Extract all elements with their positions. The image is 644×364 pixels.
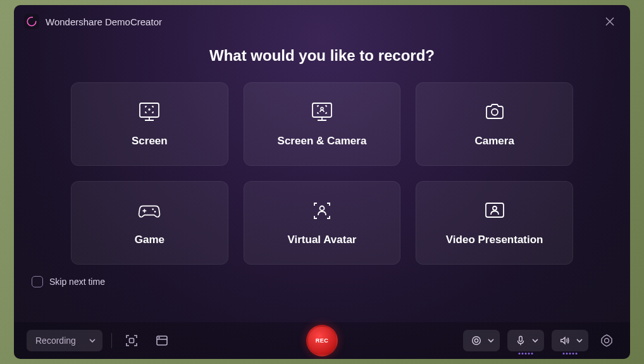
card-video-presentation[interactable]: Video Presentation (416, 181, 573, 265)
capture-area-button[interactable] (121, 330, 142, 351)
window-select-button[interactable] (151, 330, 173, 351)
svg-point-24 (474, 339, 478, 342)
svg-point-6 (149, 109, 151, 110)
divider (111, 333, 112, 348)
svg-point-11 (492, 109, 498, 115)
avatar-icon (309, 199, 335, 222)
svg-point-15 (154, 211, 156, 213)
skip-row: Skip next time (14, 265, 630, 294)
right-controls (463, 330, 617, 351)
chevron-down-icon (531, 337, 539, 344)
app-logo (24, 14, 39, 29)
screen-icon (137, 101, 162, 123)
skip-checkbox[interactable] (32, 276, 43, 287)
game-icon (137, 199, 162, 222)
card-label: Virtual Avatar (288, 234, 357, 246)
mode-dropdown-label: Recording (35, 336, 76, 346)
webcam-icon (471, 335, 482, 346)
speaker-icon (559, 335, 571, 346)
capture-area-icon (125, 334, 139, 348)
audio-level-dots (563, 353, 578, 355)
card-camera[interactable]: Camera (416, 82, 573, 166)
close-button[interactable] (600, 11, 620, 32)
webcam-toggle[interactable] (463, 330, 500, 351)
card-label: Screen & Camera (278, 135, 367, 147)
card-game[interactable]: Game (71, 181, 228, 265)
skip-label: Skip next time (49, 277, 105, 287)
card-screen[interactable]: Screen (71, 82, 228, 166)
titlebar: Wondershare DemoCreator (14, 5, 630, 35)
card-virtual-avatar[interactable]: Virtual Avatar (244, 181, 401, 265)
svg-marker-27 (602, 335, 612, 346)
bottom-toolbar: Recording REC (14, 322, 630, 359)
window-icon (155, 334, 169, 348)
svg-point-10 (321, 108, 323, 110)
camera-icon (482, 101, 507, 123)
svg-point-14 (152, 208, 154, 210)
svg-point-16 (319, 206, 324, 211)
gear-icon (600, 334, 614, 348)
svg-rect-25 (519, 336, 523, 341)
chevron-down-icon (487, 337, 495, 344)
card-label: Camera (474, 135, 514, 147)
settings-button[interactable] (596, 330, 617, 351)
app-window: Wondershare DemoCreator What would you l… (14, 5, 630, 359)
svg-point-18 (493, 206, 497, 210)
presentation-icon (482, 199, 507, 222)
svg-point-0 (27, 17, 36, 26)
svg-point-28 (605, 339, 609, 343)
svg-rect-19 (129, 339, 133, 343)
svg-point-22 (159, 337, 159, 338)
chevron-down-icon (89, 337, 96, 344)
microphone-toggle[interactable] (507, 330, 544, 351)
card-label: Video Presentation (446, 234, 543, 246)
page-heading: What would you like to record? (14, 47, 630, 65)
card-label: Screen (132, 135, 168, 147)
mode-dropdown[interactable]: Recording (27, 330, 102, 351)
system-audio-toggle[interactable] (552, 330, 588, 351)
screen-camera-icon (309, 101, 335, 123)
close-icon (605, 17, 614, 26)
app-title: Wondershare DemoCreator (46, 16, 593, 27)
microphone-icon (515, 335, 526, 346)
card-screen-camera[interactable]: Screen & Camera (244, 82, 401, 166)
svg-point-23 (473, 337, 481, 345)
record-button[interactable]: REC (306, 325, 338, 356)
record-mode-grid: Screen Screen & Camera (14, 82, 630, 265)
card-label: Game (135, 234, 164, 246)
record-label: REC (316, 337, 329, 344)
mic-level-dots (519, 353, 533, 355)
chevron-down-icon (576, 337, 583, 344)
